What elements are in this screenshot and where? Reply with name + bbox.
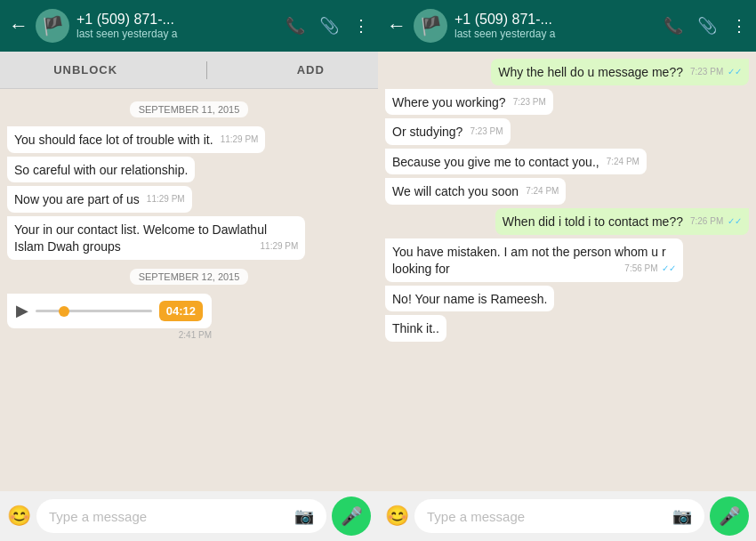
right-msg-7: You have mistaken. I am not the person w… <box>385 238 683 282</box>
right-msg-5-text: We will catch you soon <box>392 184 519 198</box>
left-more-icon[interactable]: ⋮ <box>353 16 369 36</box>
right-header: ← 🏴 +1 (509) 871-... last seen yesterday… <box>378 0 756 52</box>
right-input-bar: 😊 Type a message 📷 🎤 <box>378 491 756 541</box>
camera-icon-left[interactable]: 📷 <box>294 506 314 526</box>
right-msg-3-text: Or studying? <box>392 125 462 139</box>
date-badge-sep11: SEPTEMBER 11, 2015 <box>130 101 249 117</box>
right-msg-3-time: 7:23 PM <box>470 125 503 138</box>
right-msg-1-text: Why the hell do u message me?? <box>498 65 683 79</box>
left-contact-status: last seen yesterday a <box>76 28 278 40</box>
left-msg-1-text: You should face lot of trouble with it. <box>14 133 213 147</box>
right-msg-6-text: When did i told i to contact me?? <box>503 214 683 229</box>
right-back-button[interactable]: ← <box>387 14 406 37</box>
left-header: ← 🏴 +1 (509) 871-... last seen yesterday… <box>0 0 378 52</box>
left-msg-3: Now you are part of us 11:29 PM <box>7 186 192 213</box>
unblock-button[interactable]: UNBLOCK <box>36 63 135 77</box>
date-badge-sep12: SEPTEMBER 12, 2015 <box>130 269 249 285</box>
right-msg-5: We will catch you soon 7:24 PM <box>385 178 566 205</box>
audio-time: 2:41 PM <box>7 330 212 340</box>
right-msg-5-time: 7:24 PM <box>526 185 559 198</box>
right-msg-8: No! Your name is Rameesh. <box>385 286 554 312</box>
right-attachment-icon[interactable]: 📎 <box>697 16 717 36</box>
right-phone-panel: ← 🏴 +1 (509) 871-... last seen yesterday… <box>378 0 756 541</box>
left-header-icons: 📞 📎 ⋮ <box>286 16 369 36</box>
audio-duration: 04:12 <box>159 301 203 321</box>
left-message-input-wrapper[interactable]: Type a message 📷 <box>36 499 326 533</box>
play-button[interactable]: ▶ <box>16 301 28 320</box>
right-header-info: +1 (509) 871-... last seen yesterday a <box>454 12 656 40</box>
emoji-button-right[interactable]: 😊 <box>385 505 409 528</box>
right-msg-4: Because you give me to contact you., 7:2… <box>385 149 647 175</box>
add-button[interactable]: ADD <box>279 63 342 77</box>
right-msg-9: Think it.. <box>385 315 446 342</box>
camera-icon-right[interactable]: 📷 <box>672 506 692 526</box>
left-message-placeholder[interactable]: Type a message <box>49 509 287 524</box>
right-message-placeholder[interactable]: Type a message <box>427 509 665 524</box>
left-avatar: 🏴 <box>36 9 69 43</box>
left-audio-msg: ▶ 04:12 2:41 PM <box>7 294 212 340</box>
right-contact-name[interactable]: +1 (509) 871-... <box>454 12 656 28</box>
right-msg-4-time: 7:24 PM <box>607 156 639 168</box>
left-input-bar: 😊 Type a message 📷 🎤 <box>0 491 378 541</box>
left-header-info: +1 (509) 871-... last seen yesterday a <box>76 12 278 40</box>
right-msg-2-text: Where you working? <box>392 95 506 109</box>
emoji-button-left[interactable]: 😊 <box>7 505 31 528</box>
right-msg-1: Why the hell do u message me?? 7:23 PM ✓… <box>491 59 749 85</box>
action-bar-divider <box>206 61 207 79</box>
right-msg-6-ticks: ✓✓ <box>728 216 742 226</box>
right-msg-1-ticks: ✓✓ <box>728 67 742 77</box>
left-msg-4-text: Your in our contact list. Welcome to Daw… <box>14 222 267 254</box>
right-call-icon[interactable]: 📞 <box>664 16 683 36</box>
left-msg-2: So careful with our relationship. <box>7 157 195 183</box>
mic-button-left[interactable]: 🎤 <box>332 497 371 536</box>
left-phone-panel: ← 🏴 +1 (509) 871-... last seen yesterday… <box>0 0 378 541</box>
left-msg-4-time: 11:29 PM <box>261 240 299 253</box>
left-msg-3-time: 11:29 PM <box>147 193 185 206</box>
left-avatar-flag: 🏴 <box>42 15 64 36</box>
left-contact-name[interactable]: +1 (509) 871-... <box>76 12 278 28</box>
right-msg-1-time: 7:23 PM ✓✓ <box>690 66 742 78</box>
left-msg-2-text: So careful with our relationship. <box>14 163 188 177</box>
left-action-bar: UNBLOCK ADD <box>0 52 378 89</box>
left-attachment-icon[interactable]: 📎 <box>319 16 339 36</box>
right-more-icon[interactable]: ⋮ <box>731 16 747 36</box>
right-msg-7-ticks: ✓✓ <box>662 263 676 273</box>
right-msg-7-time: 7:56 PM ✓✓ <box>624 262 676 275</box>
right-chat-area: Why the hell do u message me?? 7:23 PM ✓… <box>378 52 756 491</box>
right-msg-3: Or studying? 7:23 PM <box>385 118 511 145</box>
right-msg-9-text: Think it.. <box>392 321 439 335</box>
right-msg-4-text: Because you give me to contact you., <box>392 155 599 169</box>
left-msg-4: Your in our contact list. Welcome to Daw… <box>7 216 305 260</box>
mic-button-right[interactable]: 🎤 <box>710 497 749 536</box>
right-msg-6-time: 7:26 PM ✓✓ <box>690 215 742 228</box>
right-avatar: 🏴 <box>414 9 447 43</box>
right-avatar-flag: 🏴 <box>420 15 442 36</box>
right-header-icons: 📞 📎 ⋮ <box>664 16 747 36</box>
left-back-button[interactable]: ← <box>9 14 28 37</box>
left-call-icon[interactable]: 📞 <box>286 16 305 36</box>
left-msg-1-time: 11:29 PM <box>221 133 259 146</box>
audio-progress-bar[interactable] <box>36 310 152 312</box>
audio-progress-dot <box>59 306 69 317</box>
right-message-input-wrapper[interactable]: Type a message 📷 <box>414 499 704 533</box>
left-msg-3-text: Now you are part of us <box>14 192 140 206</box>
right-contact-status: last seen yesterday a <box>454 28 656 40</box>
right-msg-2-time: 7:23 PM <box>513 96 546 109</box>
left-chat-area: SEPTEMBER 11, 2015 You should face lot o… <box>0 89 378 491</box>
right-msg-8-text: No! Your name is Rameesh. <box>392 292 547 306</box>
right-msg-6: When did i told i to contact me?? 7:26 P… <box>495 208 749 235</box>
right-msg-2: Where you working? 7:23 PM <box>385 89 553 116</box>
left-msg-1: You should face lot of trouble with it. … <box>7 126 265 153</box>
